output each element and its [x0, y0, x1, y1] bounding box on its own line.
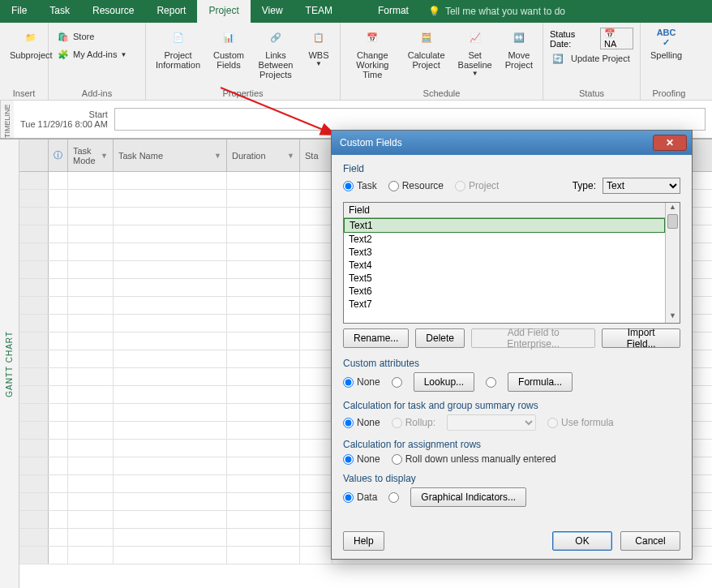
update-project-button[interactable]: 🔄Update Project — [550, 51, 633, 66]
move-label: Move Project — [505, 50, 533, 70]
tab-report[interactable]: Report — [145, 0, 197, 23]
rename-button[interactable]: Rename... — [343, 328, 409, 348]
field-list-item[interactable]: Text2 — [344, 233, 665, 246]
graphical-indicators-button[interactable]: Graphical Indicators... — [410, 487, 526, 507]
tab-view[interactable]: View — [251, 0, 294, 23]
tab-format[interactable]: Format — [367, 0, 420, 23]
field-list-header[interactable]: Field — [344, 203, 665, 218]
subproject-icon: 📁 — [19, 26, 42, 49]
menu-tabbar: File Task Resource Report Project View T… — [0, 0, 712, 23]
wbs-button[interactable]: 📋 WBS ▼ — [304, 24, 333, 69]
field-list-item[interactable]: Text4 — [344, 259, 665, 272]
radio-rollup: Rollup: — [392, 417, 435, 428]
my-addins-label: My Add-ins — [73, 49, 117, 59]
field-list-item[interactable]: Text5 — [344, 272, 665, 285]
col-rownum[interactable] — [19, 139, 49, 171]
view-sidebar-label: GANTT CHART — [5, 331, 14, 397]
tab-file[interactable]: File — [0, 0, 38, 23]
group-properties-label: Properties — [152, 88, 333, 100]
ribbon: 📁 Subproject Insert 🛍️ Store 🧩 My Add-in… — [0, 23, 712, 101]
links-between-projects-button[interactable]: 🔗 Links Between Projects — [254, 24, 298, 81]
scroll-thumb[interactable] — [667, 214, 678, 229]
radio-assign-none[interactable]: None — [343, 453, 380, 465]
field-list-item[interactable]: Text3 — [344, 246, 665, 259]
status-date-value[interactable]: 📅 NA — [600, 28, 633, 49]
baseline-icon: 📈 — [464, 26, 487, 49]
ok-button[interactable]: OK — [552, 531, 612, 551]
field-section-label: Field — [343, 163, 680, 174]
help-button[interactable]: Help — [343, 531, 384, 551]
lookup-button[interactable]: Lookup... — [414, 372, 474, 392]
type-select[interactable]: Text — [603, 178, 680, 194]
update-icon: 🔄 — [551, 52, 564, 65]
store-icon: 🛍️ — [57, 30, 70, 43]
my-addins-button[interactable]: 🧩 My Add-ins ▼ — [55, 47, 139, 62]
chevron-down-icon: ▼ — [120, 51, 127, 58]
values-label: Values to display — [343, 473, 680, 484]
tab-team[interactable]: TEAM — [294, 0, 344, 23]
change-working-time-button[interactable]: 📅 Change Working Time — [347, 24, 398, 81]
tab-resource[interactable]: Resource — [81, 0, 145, 23]
set-baseline-button[interactable]: 📈 Set Baseline ▼ — [455, 24, 495, 79]
radio-rolldown[interactable]: Roll down unless manually entered — [392, 453, 556, 465]
radio-attr-formula[interactable] — [486, 377, 496, 388]
chevron-down-icon: ▼ — [287, 152, 294, 160]
calculator-icon: 🧮 — [415, 26, 438, 49]
type-label: Type: — [573, 180, 596, 191]
rollup-select — [447, 414, 536, 431]
timeline-start-label: Start — [20, 109, 108, 119]
chevron-down-icon: ▼ — [214, 152, 221, 160]
field-list: Field Text1Text2Text3Text4Text5Text6Text… — [343, 202, 680, 324]
chevron-down-icon: ▼ — [472, 70, 478, 77]
calendar-small-icon: 📅 — [604, 28, 615, 38]
radio-attr-lookup[interactable] — [392, 377, 402, 388]
cancel-button[interactable]: Cancel — [620, 531, 680, 551]
view-sidebar[interactable]: GANTT CHART — [0, 139, 19, 588]
col-taskmode[interactable]: Task Mode▼ — [68, 139, 114, 171]
tab-project[interactable]: Project — [197, 0, 250, 23]
wbs-icon: 📋 — [307, 26, 330, 49]
scroll-up-icon[interactable]: ▲ — [666, 203, 680, 214]
spelling-button[interactable]: ABC✓ Spelling — [647, 24, 685, 62]
store-button[interactable]: 🛍️ Store — [55, 29, 139, 44]
radio-calc-none[interactable]: None — [343, 417, 380, 428]
custom-attributes-label: Custom attributes — [343, 358, 680, 369]
radio-graphical[interactable] — [388, 492, 399, 503]
tell-me[interactable]: 💡 Tell me what you want to do — [420, 0, 573, 23]
move-project-button[interactable]: ↔️ Move Project — [502, 24, 536, 71]
links-icon: 🔗 — [264, 26, 287, 49]
close-button[interactable]: ✕ — [653, 135, 687, 151]
radio-resource[interactable]: Resource — [388, 180, 444, 191]
calculate-project-button[interactable]: 🧮 Calculate Project — [405, 24, 448, 71]
radio-attr-none[interactable]: None — [343, 376, 380, 388]
timeline-bar[interactable] — [114, 108, 706, 131]
group-addins-label: Add-ins — [55, 88, 139, 100]
radio-data[interactable]: Data — [343, 491, 377, 503]
col-start[interactable]: Sta — [300, 139, 332, 171]
scroll-down-icon[interactable]: ▼ — [666, 311, 680, 323]
group-status-label: Status — [550, 88, 633, 100]
group-proofing-label: Proofing — [647, 88, 691, 100]
tab-task[interactable]: Task — [38, 0, 81, 23]
col-taskname[interactable]: Task Name▼ — [114, 139, 227, 171]
import-field-button[interactable]: Import Field... — [602, 328, 680, 348]
delete-button[interactable]: Delete — [415, 328, 465, 348]
col-info[interactable]: ⓘ — [49, 139, 68, 171]
calc-assign-label: Calculation for assignment rows — [343, 439, 680, 450]
links-label: Links Between Projects — [257, 50, 294, 79]
custom-fields-button[interactable]: 📊 Custom Fields — [210, 24, 247, 71]
spelling-icon: ABC✓ — [655, 26, 678, 49]
cwt-label: Change Working Time — [350, 50, 395, 79]
group-schedule-label: Schedule — [347, 88, 536, 100]
col-duration[interactable]: Duration▼ — [227, 139, 300, 171]
formula-button[interactable]: Formula... — [508, 372, 573, 392]
project-info-icon: 📄 — [167, 26, 190, 49]
field-list-item[interactable]: Text6 — [344, 285, 665, 298]
chevron-down-icon: ▼ — [101, 152, 108, 160]
scrollbar[interactable]: ▲ ▼ — [665, 203, 680, 323]
timeline-start-value: Tue 11/29/16 8:00 AM — [20, 119, 108, 129]
radio-task[interactable]: Task — [343, 180, 377, 191]
field-list-item[interactable]: Text7 — [344, 298, 665, 311]
project-information-button[interactable]: 📄 Project Information — [152, 24, 204, 71]
field-list-item[interactable]: Text1 — [344, 218, 665, 233]
